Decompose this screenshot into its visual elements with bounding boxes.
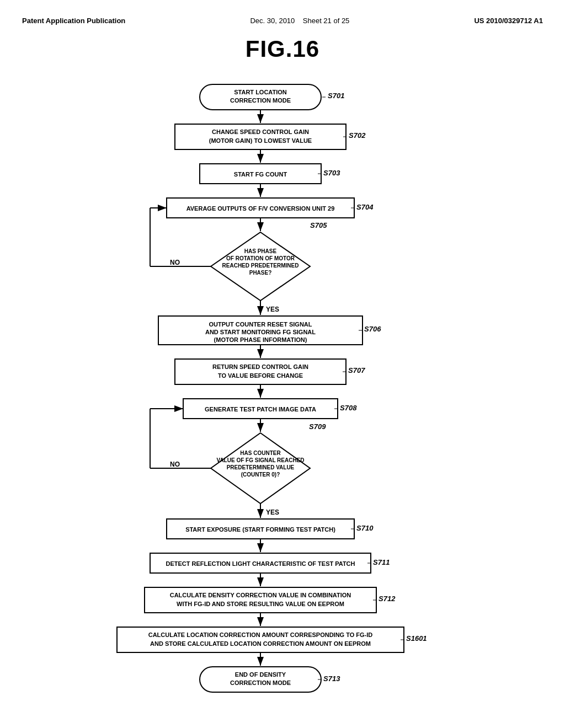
svg-text:(MOTOR PHASE INFORMATION): (MOTOR PHASE INFORMATION)	[214, 336, 307, 343]
svg-text:NO: NO	[170, 461, 180, 468]
svg-text:VALUE OF FG SIGNAL REACHED: VALUE OF FG SIGNAL REACHED	[216, 457, 304, 463]
svg-text:CORRECTION MODE: CORRECTION MODE	[230, 679, 291, 686]
header-left: Patent Application Publication	[22, 17, 125, 25]
svg-text:S704: S704	[356, 203, 374, 211]
svg-text:PHASE?: PHASE?	[249, 270, 272, 276]
svg-rect-7	[175, 124, 346, 149]
svg-text:AVERAGE OUTPUTS OF F/V CONVERS: AVERAGE OUTPUTS OF F/V CONVERSION UNIT 2…	[186, 205, 335, 212]
svg-text:S705: S705	[310, 221, 327, 229]
svg-rect-75	[145, 587, 376, 613]
svg-text:CHANGE SPEED CONTROL GAIN: CHANGE SPEED CONTROL GAIN	[212, 129, 309, 135]
svg-text:S702: S702	[349, 131, 366, 140]
header-right: US 2010/0329712 A1	[474, 17, 543, 25]
svg-text:TO VALUE BEFORE CHANGE: TO VALUE BEFORE CHANGE	[218, 372, 303, 379]
header-center: Dec. 30, 2010 Sheet 21 of 25	[250, 17, 349, 25]
svg-text:RETURN SPEED CONTROL GAIN: RETURN SPEED CONTROL GAIN	[212, 363, 308, 370]
svg-text:S708: S708	[340, 404, 357, 412]
svg-text:S713: S713	[323, 675, 340, 683]
svg-text:S701: S701	[328, 92, 344, 100]
svg-text:WITH FG-ID AND STORE RESULTING: WITH FG-ID AND STORE RESULTING VALUE ON …	[177, 601, 344, 607]
svg-text:AND START MONITORING FG SIGNAL: AND START MONITORING FG SIGNAL	[205, 329, 316, 335]
svg-text:AND STORE CALCULATED LOCATION : AND STORE CALCULATED LOCATION CORRECTION…	[150, 640, 371, 647]
svg-text:S711: S711	[373, 558, 390, 566]
svg-text:GENERATE TEST PATCH IMAGE DATA: GENERATE TEST PATCH IMAGE DATA	[205, 406, 316, 413]
svg-text:YES: YES	[266, 508, 279, 516]
svg-text:END OF DENSITY: END OF DENSITY	[235, 671, 286, 678]
svg-text:START LOCATION: START LOCATION	[234, 89, 287, 95]
svg-text:(MOTOR GAIN) TO LOWEST VALUE: (MOTOR GAIN) TO LOWEST VALUE	[209, 137, 312, 144]
svg-text:CALCULATE DENSITY CORRECTION V: CALCULATE DENSITY CORRECTION VALUE IN CO…	[170, 592, 351, 598]
svg-text:START EXPOSURE (START FORMING : START EXPOSURE (START FORMING TEST PATCH…	[185, 526, 335, 533]
svg-text:S712: S712	[379, 595, 396, 603]
svg-text:(COUNTER 0)?: (COUNTER 0)?	[241, 472, 280, 478]
svg-text:NO: NO	[170, 259, 180, 266]
svg-text:HAS PHASE: HAS PHASE	[244, 248, 277, 254]
svg-text:REACHED PREDETERMINED: REACHED PREDETERMINED	[222, 263, 299, 269]
svg-text:CORRECTION MODE: CORRECTION MODE	[230, 97, 291, 104]
svg-text:DETECT REFLECTION LIGHT CHARAC: DETECT REFLECTION LIGHT CHARACTERISTIC O…	[166, 560, 355, 567]
svg-text:CALCULATE LOCATION CORRECTION : CALCULATE LOCATION CORRECTION AMOUNT COR…	[148, 631, 373, 638]
svg-text:S707: S707	[348, 366, 365, 374]
svg-text:S703: S703	[323, 169, 340, 177]
svg-text:YES: YES	[266, 306, 279, 313]
svg-text:S709: S709	[309, 422, 326, 431]
svg-text:S710: S710	[356, 524, 374, 532]
svg-rect-42	[175, 359, 346, 384]
figure-title: FIG.16	[22, 36, 543, 62]
svg-text:S706: S706	[364, 325, 381, 333]
svg-text:PREDETERMINED VALUE: PREDETERMINED VALUE	[227, 464, 295, 470]
svg-text:HAS COUNTER: HAS COUNTER	[240, 450, 281, 456]
svg-rect-81	[117, 627, 404, 652]
svg-text:OF ROTATION OF MOTOR: OF ROTATION OF MOTOR	[226, 255, 295, 261]
svg-text:START FG COUNT: START FG COUNT	[234, 171, 287, 178]
svg-text:S1601: S1601	[406, 634, 427, 643]
flowchart: START LOCATION CORRECTION MODE S701 CHAN…	[73, 79, 492, 724]
svg-text:OUTPUT COUNTER RESET SIGNAL: OUTPUT COUNTER RESET SIGNAL	[209, 321, 312, 328]
